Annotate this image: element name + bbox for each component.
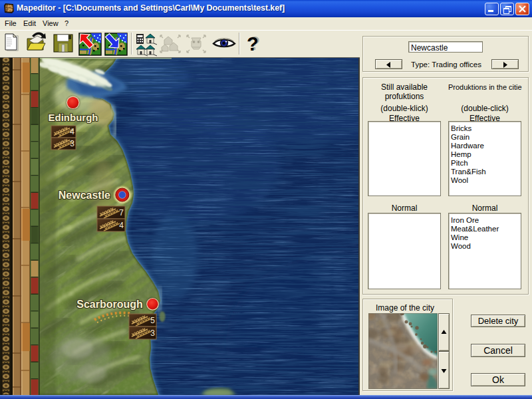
svg-text:3: 3 xyxy=(150,329,155,338)
svg-text:3: 3 xyxy=(70,139,74,148)
svg-text:4: 4 xyxy=(119,221,124,230)
svg-text:Scarborough: Scarborough xyxy=(76,299,143,310)
svg-text:7: 7 xyxy=(119,208,124,217)
svg-text:?: ? xyxy=(247,33,259,55)
svg-text:Newcastle: Newcastle xyxy=(59,190,110,201)
svg-text:5: 5 xyxy=(150,316,155,325)
svg-text:4: 4 xyxy=(70,127,74,136)
svg-text:Edinburgh: Edinburgh xyxy=(49,112,98,123)
